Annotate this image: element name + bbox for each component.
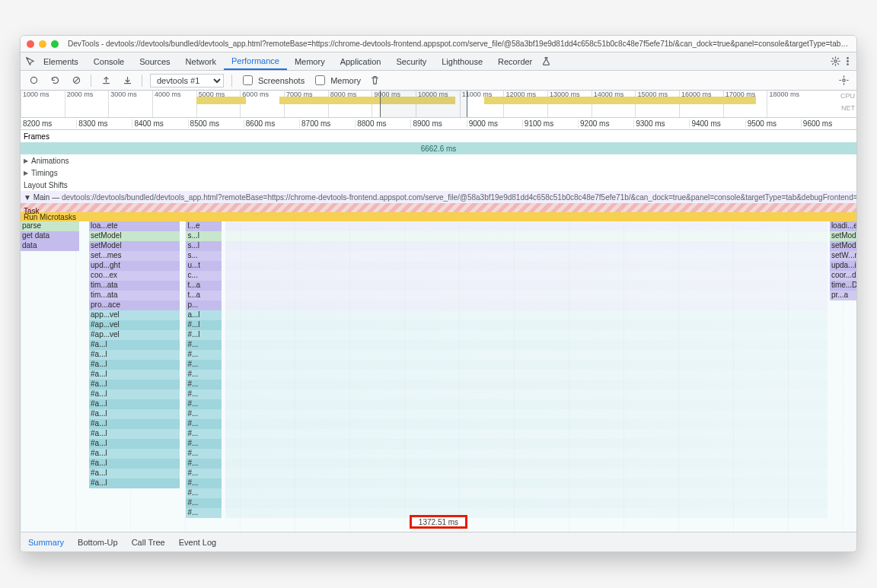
flame-row[interactable]: #ap...vel#...l	[21, 330, 856, 340]
flame-box[interactable]: pro...ace	[89, 300, 180, 310]
flame-row[interactable]: parseloa...etel...eloadi...ete	[21, 221, 856, 231]
kebab-menu-icon[interactable]	[841, 52, 853, 70]
tab-elements[interactable]: Elements	[36, 52, 86, 70]
flame-box[interactable]	[225, 409, 828, 419]
flame-row[interactable]: #a...l#...	[21, 419, 856, 429]
clear-icon[interactable]	[69, 74, 83, 87]
flame-box[interactable]: t...a	[186, 291, 221, 300]
flame-box[interactable]	[225, 508, 828, 518]
flame-row[interactable]: #a...l#...	[21, 429, 856, 439]
tab-performance[interactable]: Performance	[224, 52, 287, 70]
flame-box[interactable]: a...l	[186, 310, 221, 320]
collapse-icon[interactable]: ▼	[24, 193, 31, 202]
flame-box[interactable]	[225, 251, 828, 261]
layout-shifts-track[interactable]: Layout Shifts	[21, 179, 856, 191]
flame-box[interactable]	[225, 498, 828, 508]
flame-box[interactable]: #...l	[186, 320, 221, 330]
flame-box[interactable]	[225, 281, 828, 291]
flame-box[interactable]: l...e	[186, 221, 221, 231]
flame-box[interactable]: data	[21, 241, 79, 251]
flame-row[interactable]: #a...l#...	[21, 478, 856, 488]
flame-row[interactable]: pro...acep...	[21, 300, 856, 310]
frames-bar[interactable]: 6662.6 ms	[21, 142, 856, 154]
flame-box[interactable]: #ap...vel	[89, 330, 180, 340]
tab-memory[interactable]: Memory	[287, 52, 333, 70]
screenshots-checkbox[interactable]	[243, 75, 253, 85]
flame-box[interactable]	[225, 488, 828, 498]
flame-box-right[interactable]: time...Data	[830, 281, 856, 291]
reload-icon[interactable]	[48, 74, 62, 87]
flame-row[interactable]: #a...l#...	[21, 469, 856, 478]
flame-box[interactable]: #...	[186, 429, 221, 439]
flame-box[interactable]: u...t	[186, 261, 221, 271]
main-track-header[interactable]: ▼ Main — devtools://devtools/bundled/dev…	[21, 191, 856, 203]
flame-row[interactable]: #a...l#...	[21, 449, 856, 459]
flame-box[interactable]: #...	[186, 399, 221, 409]
flame-row[interactable]: coo...exc...coor...dex	[21, 271, 856, 281]
flame-box-right[interactable]: setW...mes	[830, 251, 856, 261]
detail-tab-call-tree[interactable]: Call Tree	[132, 538, 165, 547]
flame-row[interactable]: get datasetModels...lsetModel	[21, 231, 856, 241]
flame-row[interactable]: #a...l#...	[21, 389, 856, 399]
flame-box[interactable]: setModel	[89, 231, 180, 241]
flame-box[interactable]: #a...l	[89, 469, 180, 478]
flame-box[interactable]: #a...l	[89, 419, 180, 429]
upload-icon[interactable]	[99, 74, 113, 87]
experiments-icon[interactable]	[540, 52, 552, 70]
screenshots-toggle[interactable]: Screenshots	[240, 73, 305, 87]
download-icon[interactable]	[120, 74, 134, 87]
tab-security[interactable]: Security	[388, 52, 434, 70]
flame-row[interactable]: datasetModels...lsetModel	[21, 241, 856, 251]
flame-box[interactable]: s...	[186, 251, 221, 261]
settings-gear-icon[interactable]	[829, 52, 841, 70]
flame-box[interactable]	[225, 350, 828, 360]
overview-strip[interactable]: 1000 ms2000 ms3000 ms4000 ms5000 ms6000 …	[21, 91, 856, 118]
memory-toggle[interactable]: Memory	[312, 73, 361, 87]
flame-box[interactable]: app...vel	[89, 310, 180, 320]
flame-box[interactable]: parse	[21, 221, 79, 231]
flame-box[interactable]: #...	[186, 469, 221, 478]
flame-box[interactable]: tim...ata	[89, 281, 180, 291]
flame-row[interactable]: #a...l#...	[21, 350, 856, 360]
flame-box[interactable]	[225, 380, 828, 389]
microtasks-row[interactable]: Run Microtasks	[21, 212, 856, 221]
flame-box[interactable]: #...	[186, 409, 221, 419]
tab-lighthouse[interactable]: Lighthouse	[434, 52, 490, 70]
detail-tab-summary[interactable]: Summary	[28, 538, 64, 547]
flame-box-right[interactable]: coor...dex	[830, 271, 856, 281]
flame-box[interactable]	[225, 261, 828, 271]
flame-box[interactable]: #a...l	[89, 350, 180, 360]
flame-box[interactable]: #a...l	[89, 370, 180, 380]
perf-settings-icon[interactable]	[837, 74, 850, 87]
flame-box[interactable]: #...	[186, 478, 221, 488]
flame-box[interactable]: loa...ete	[89, 221, 180, 231]
flame-box[interactable]	[225, 291, 828, 300]
task-row[interactable]: Task	[21, 203, 856, 212]
detail-tab-event-log[interactable]: Event Log	[179, 538, 217, 547]
flame-row[interactable]: #a...l#...	[21, 439, 856, 449]
flame-box[interactable]: #...	[186, 449, 221, 459]
flame-row[interactable]: #a...l#...	[21, 380, 856, 389]
flame-box[interactable]	[225, 310, 828, 320]
flame-box-right[interactable]: loadi...ete	[830, 221, 856, 231]
flame-box[interactable]	[225, 360, 828, 370]
flame-box[interactable]: #...	[186, 370, 221, 380]
flame-box-right[interactable]: pr...a	[830, 291, 856, 300]
flame-row[interactable]: #...	[21, 508, 856, 518]
flame-chart[interactable]: Frames 6662.6 ms ▶Animations ▶Timings La…	[21, 130, 856, 532]
flame-row[interactable]: set...mess...setW...mes	[21, 251, 856, 261]
flame-box[interactable]: s...l	[186, 241, 221, 251]
flame-box[interactable]	[225, 419, 828, 429]
flame-box[interactable]: #a...l	[89, 380, 180, 389]
flame-box[interactable]: coo...ex	[89, 271, 180, 281]
tab-recorder[interactable]: Recorder	[490, 52, 540, 70]
memory-checkbox[interactable]	[315, 75, 325, 85]
flame-box[interactable]	[225, 300, 828, 310]
flame-box[interactable]: p...	[186, 300, 221, 310]
flame-box[interactable]: #...	[186, 498, 221, 508]
flame-box[interactable]: #a...l	[89, 409, 180, 419]
flame-box[interactable]: set...mes	[89, 251, 180, 261]
flame-box[interactable]: tim...ata	[89, 291, 180, 300]
flame-box[interactable]	[225, 370, 828, 380]
flame-box[interactable]: #a...l	[89, 439, 180, 449]
